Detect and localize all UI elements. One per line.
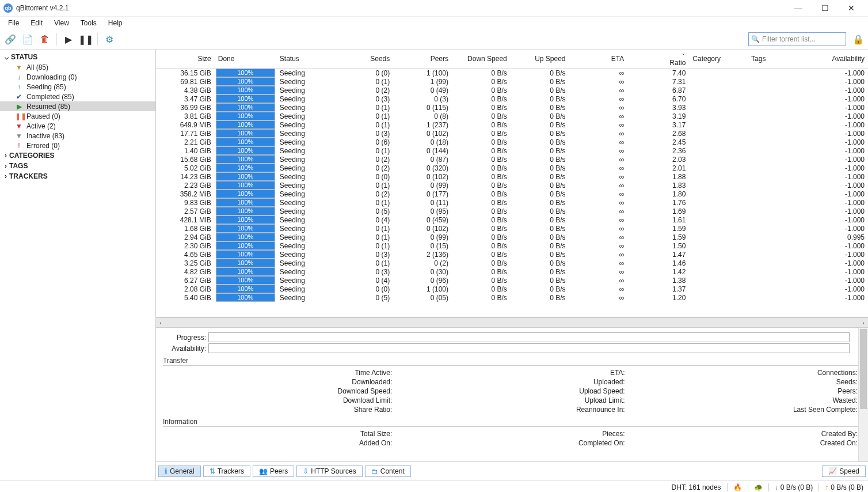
table-row[interactable]: 36.15 GiB100%Seeding0 (0)1 (100)0 B/s0 B… [156, 69, 868, 78]
table-row[interactable]: 428.1 MiB100%Seeding0 (4)0 (459)0 B/s0 B… [156, 215, 868, 224]
down-arrow-icon: ↓ [775, 483, 778, 491]
menu-file[interactable]: File [2, 18, 25, 28]
detail-field-label: Seeds: [629, 377, 861, 387]
categories-header[interactable]: ›CATEGORIES [0, 150, 155, 161]
table-row[interactable]: 358.2 MiB100%Seeding0 (2)0 (177)0 B/s0 B… [156, 190, 868, 198]
trackers-header[interactable]: ›TRACKERS [0, 171, 155, 181]
sidebar-item[interactable]: ↓Downloading (0) [0, 72, 155, 82]
firewall-icon[interactable]: 🔥 [733, 483, 742, 491]
table-row[interactable]: 2.23 GiB100%Seeding0 (1)0 (99)0 B/s0 B/s… [156, 181, 868, 190]
tab-speed[interactable]: 📈Speed [822, 465, 866, 477]
table-row[interactable]: 6.27 GiB100%Seeding0 (4)0 (96)0 B/s0 B/s… [156, 276, 868, 285]
table-row[interactable]: 3.47 GiB100%Seeding0 (3)0 (3)0 B/s0 B/s∞… [156, 94, 868, 103]
table-row[interactable]: 5.02 GiB100%Seeding0 (2)0 (320)0 B/s0 B/… [156, 164, 868, 172]
torrent-table[interactable]: SizeDoneStatusSeedsPeersDown SpeedUp Spe… [156, 50, 868, 317]
table-row[interactable]: 9.83 GiB100%Seeding0 (1)0 (11)0 B/s0 B/s… [156, 198, 868, 207]
trackers-icon: ⇅ [210, 467, 215, 475]
tab-content[interactable]: 🗀Content [365, 465, 411, 477]
filter-input[interactable]: 🔍 Filter torrent list... [748, 32, 846, 46]
col-header[interactable]: Seeds [338, 50, 393, 69]
sidebar-item[interactable]: !Errored (0) [0, 141, 155, 150]
tab-trackers[interactable]: ⇅Trackers [203, 465, 250, 477]
table-row[interactable]: 1.40 GiB100%Seeding0 (1)0 (144)0 B/s0 B/… [156, 146, 868, 155]
sidebar-item-label: Downloading (0) [26, 73, 77, 81]
sidebar: ⌵STATUS ▼All (85)↓Downloading (0)↑Seedin… [0, 50, 156, 480]
table-row[interactable]: 2.30 GiB100%Seeding0 (1)0 (15)0 B/s0 B/s… [156, 241, 868, 250]
table-row[interactable]: 17.71 GiB100%Seeding0 (3)0 (102)0 B/s0 B… [156, 129, 868, 138]
col-header[interactable]: Category [689, 50, 748, 69]
status-header[interactable]: ⌵STATUS [0, 52, 155, 62]
detail-field-label: Added On: [163, 438, 395, 448]
tab-peers[interactable]: 👥Peers [253, 465, 294, 477]
col-header[interactable]: Peers [393, 50, 452, 69]
col-header[interactable]: Availability [813, 50, 868, 69]
horizontal-scrollbar[interactable]: ‹› [156, 317, 868, 327]
col-header[interactable]: ETA [569, 50, 628, 69]
col-header[interactable]: Down Speed [452, 50, 511, 69]
sidebar-item[interactable]: ▼Active (2) [0, 121, 155, 131]
resume-button[interactable]: ▶ [62, 32, 75, 46]
table-row[interactable]: 1.68 GiB100%Seeding0 (1)0 (102)0 B/s0 B/… [156, 224, 868, 233]
tags-header[interactable]: ›TAGS [0, 161, 155, 171]
table-row[interactable]: 649.9 MiB100%Seeding0 (1)1 (237)0 B/s0 B… [156, 120, 868, 129]
sidebar-item-label: All (85) [26, 63, 48, 71]
table-row[interactable]: 4.65 GiB100%Seeding0 (3)2 (136)0 B/s0 B/… [156, 250, 868, 259]
sidebar-item[interactable]: ▼Inactive (83) [0, 131, 155, 141]
table-row[interactable]: 69.81 GiB100%Seeding0 (1)1 (99)0 B/s0 B/… [156, 77, 868, 86]
table-row[interactable]: 2.94 GiB100%Seeding0 (1)0 (99)0 B/s0 B/s… [156, 233, 868, 241]
information-group: Information [163, 418, 861, 427]
add-link-button[interactable]: 🔗 [3, 32, 17, 46]
table-row[interactable]: 36.99 GiB100%Seeding0 (1)0 (115)0 B/s0 B… [156, 103, 868, 112]
table-row[interactable]: 2.21 GiB100%Seeding0 (6)0 (18)0 B/s0 B/s… [156, 138, 868, 146]
sidebar-item[interactable]: ▼All (85) [0, 62, 155, 72]
table-row[interactable]: 4.38 GiB100%Seeding0 (2)0 (49)0 B/s0 B/s… [156, 86, 868, 94]
expand-icon: › [5, 152, 7, 160]
detail-field-label: Last Seen Complete: [629, 405, 861, 414]
maximize-button[interactable]: ☐ [812, 1, 838, 15]
col-header[interactable]: Done [215, 50, 276, 69]
col-header[interactable]: ⌄Ratio [627, 50, 689, 69]
progress-bar [208, 332, 850, 342]
tab-http[interactable]: ⇩HTTP Sources [296, 465, 362, 477]
minimize-button[interactable]: — [785, 1, 812, 15]
detail-scrollbar[interactable] [858, 328, 868, 461]
table-row[interactable]: 2.08 GiB100%Seeding0 (0)1 (100)0 B/s0 B/… [156, 285, 868, 293]
progress-label: Progress: [163, 334, 208, 342]
table-row[interactable]: 2.57 GiB100%Seeding0 (5)0 (95)0 B/s0 B/s… [156, 207, 868, 215]
toolbar: 🔗 📄 🗑 ▶ ❚❚ ⚙ 🔍 Filter torrent list... 🔒 [0, 29, 868, 50]
sidebar-item[interactable]: ❚❚Paused (0) [0, 111, 155, 121]
table-row[interactable]: 3.81 GiB100%Seeding0 (1)0 (8)0 B/s0 B/s∞… [156, 112, 868, 120]
sidebar-item-label: Resumed (85) [26, 103, 70, 111]
tab-general[interactable]: ℹGeneral [158, 465, 201, 477]
up-arrow-icon: ↑ [825, 483, 828, 491]
menu-view[interactable]: View [48, 18, 75, 28]
dht-status[interactable]: DHT: 161 nodes [672, 483, 721, 491]
sidebar-item[interactable]: ↑Seeding (85) [0, 82, 155, 92]
down-speed-status[interactable]: ↓0 B/s (0 B) [775, 483, 813, 491]
peers-icon: 👥 [259, 467, 268, 475]
col-header[interactable]: Status [276, 50, 338, 69]
col-header[interactable]: Tags [748, 50, 812, 69]
detail-field-label: Created On: [629, 438, 861, 448]
menu-tools[interactable]: Tools [75, 18, 102, 28]
table-row[interactable]: 5.40 GiB100%Seeding0 (5)0 (05)0 B/s0 B/s… [156, 293, 868, 302]
col-header[interactable]: Up Speed [511, 50, 569, 69]
lock-button[interactable]: 🔒 [852, 33, 865, 46]
table-row[interactable]: 14.23 GiB100%Seeding0 (0)0 (102)0 B/s0 B… [156, 172, 868, 181]
close-button[interactable]: ✕ [838, 1, 865, 15]
menu-edit[interactable]: Edit [25, 18, 48, 28]
col-header[interactable]: Size [156, 50, 215, 69]
table-row[interactable]: 15.68 GiB100%Seeding0 (2)0 (87)0 B/s0 B/… [156, 155, 868, 164]
menu-help[interactable]: Help [102, 18, 128, 28]
sidebar-item[interactable]: ✔Completed (85) [0, 92, 155, 101]
settings-button[interactable]: ⚙ [102, 32, 116, 46]
detail-field-label: Total Size: [163, 429, 395, 438]
sidebar-item[interactable]: ▶Resumed (85) [0, 101, 155, 111]
table-row[interactable]: 4.82 GiB100%Seeding0 (3)0 (30)0 B/s0 B/s… [156, 267, 868, 276]
pause-button[interactable]: ❚❚ [79, 32, 93, 46]
table-row[interactable]: 3.25 GiB100%Seeding0 (1)0 (2)0 B/s0 B/s∞… [156, 259, 868, 267]
delete-button[interactable]: 🗑 [38, 32, 52, 46]
add-file-button[interactable]: 📄 [21, 32, 35, 46]
alt-speed-icon[interactable]: 🐢 [754, 483, 763, 491]
up-speed-status[interactable]: ↑0 B/s (0 B) [825, 483, 863, 491]
